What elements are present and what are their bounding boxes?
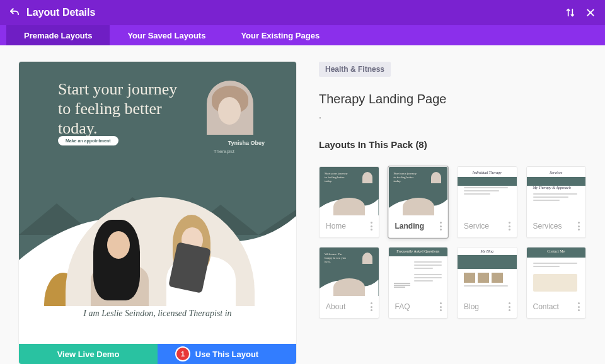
preview-headline: Start your journey to feeling better tod… — [58, 79, 184, 139]
preview-actions: View Live Demo 1 Use This Layout — [19, 344, 296, 364]
view-live-demo-button[interactable]: View Live Demo — [19, 344, 158, 364]
step-badge: 1 — [176, 348, 189, 360]
pack-card-faq[interactable]: Frequently Asked Questions FAQ — [388, 247, 449, 319]
pack-card-label: About — [326, 302, 364, 311]
use-this-layout-button[interactable]: 1 Use This Layout — [158, 344, 296, 364]
more-options-icon[interactable] — [436, 299, 445, 315]
layout-description: . — [319, 110, 586, 120]
layout-title: Therapy Landing Page — [319, 92, 586, 106]
pack-card-label: Service — [464, 222, 502, 230]
preview-person-name: Tynisha Obey — [228, 140, 265, 146]
more-options-icon[interactable] — [505, 299, 514, 315]
layout-details-panel: Health & Fitness Therapy Landing Page . … — [319, 62, 586, 364]
content: Start your journey to feeling better tod… — [0, 45, 605, 364]
back-icon[interactable] — [8, 6, 21, 20]
pack-card-landing[interactable]: Start your journey to feeling better tod… — [388, 166, 449, 238]
pack-card-label: Landing — [395, 222, 433, 230]
pack-card-services[interactable]: Services My Therapy & Approach Services — [526, 166, 587, 238]
more-options-icon[interactable] — [574, 218, 583, 234]
pack-card-label: Services — [533, 222, 571, 230]
preview-portrait — [207, 81, 253, 135]
sort-icon[interactable] — [563, 6, 577, 20]
window-title: Layout Details — [26, 7, 563, 18]
more-options-icon[interactable] — [574, 299, 583, 315]
tab-saved-layouts[interactable]: Your Saved Layouts — [110, 25, 223, 45]
pack-heading: Layouts In This Pack (8) — [319, 139, 586, 150]
preview-subtitle: I am Leslie Seindon, licensed Therapist … — [19, 306, 296, 319]
preview-cta-button: Make an appointment — [58, 136, 118, 145]
titlebar: Layout Details — [0, 0, 605, 25]
pack-card-home[interactable]: Start your journey to feeling better tod… — [319, 166, 379, 238]
preview-hero: Start your journey to feeling better tod… — [19, 62, 296, 310]
tabs: Premade Layouts Your Saved Layouts Your … — [0, 25, 605, 45]
pack-card-label: FAQ — [395, 302, 433, 311]
preview-person-role: Therapist — [214, 149, 234, 154]
use-this-layout-label: Use This Layout — [195, 350, 258, 359]
more-options-icon[interactable] — [367, 218, 376, 234]
more-options-icon[interactable] — [367, 299, 376, 315]
more-options-icon[interactable] — [436, 218, 445, 234]
pack-card-about[interactable]: Welcome. I'm happy to see you here. Abou… — [319, 247, 379, 319]
pack-card-label: Home — [326, 222, 364, 230]
close-icon[interactable] — [584, 6, 597, 20]
tab-existing-pages[interactable]: Your Existing Pages — [223, 25, 337, 45]
pack-card-label: Contact — [533, 302, 571, 311]
tab-premade-layouts[interactable]: Premade Layouts — [6, 25, 110, 45]
layout-preview: Start your journey to feeling better tod… — [19, 62, 296, 364]
pack-card-blog[interactable]: My Blog Blog — [457, 247, 517, 319]
pack-card-label: Blog — [464, 302, 502, 311]
pack-card-service[interactable]: Individual Therapy Service — [457, 166, 517, 238]
more-options-icon[interactable] — [505, 218, 514, 234]
pack-grid: Start your journey to feeling better tod… — [319, 166, 586, 319]
pack-card-contact[interactable]: Contact Me Contact — [526, 247, 587, 319]
category-chip[interactable]: Health & Fitness — [319, 62, 391, 77]
